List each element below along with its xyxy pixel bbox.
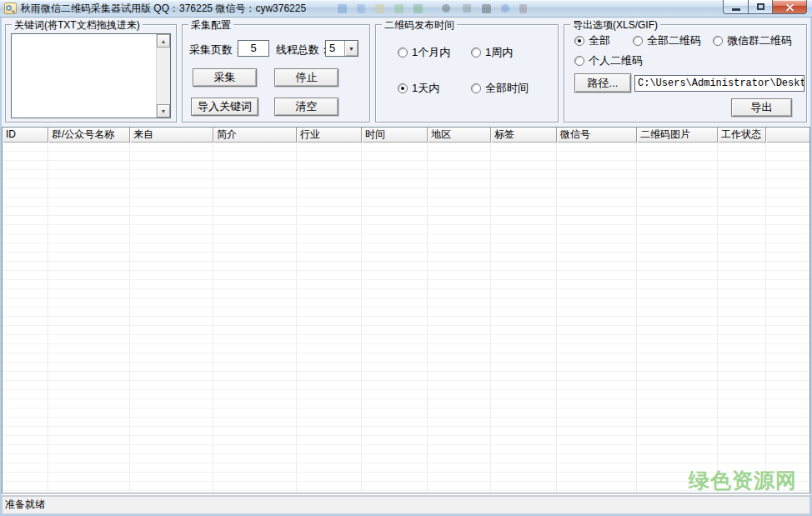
client-area: 关键词(将TXT文档拖拽进来) ▲ ▼ 采集配置 采集页数： 5 线程总数： 5…: [2, 16, 810, 514]
grid-line: [48, 143, 48, 493]
radio-all-qrcodes[interactable]: 全部二维码: [633, 35, 701, 47]
column-header-7[interactable]: 标签: [491, 128, 557, 143]
radio-icon: [633, 36, 643, 46]
scroll-down-icon[interactable]: ▼: [157, 104, 170, 118]
grid-line: [490, 143, 491, 493]
maximize-button[interactable]: [748, 0, 772, 14]
faded-icon: [463, 4, 471, 13]
collect-config-groupbox: 采集配置 采集页数： 5 线程总数： 5 ▼ 采集 停止 导入关键词 清空: [182, 24, 370, 123]
grid-line: [556, 143, 557, 493]
radio-icon: [398, 48, 408, 58]
column-header-1[interactable]: 群/公众号名称: [48, 128, 130, 143]
grid-line: [361, 143, 362, 493]
grid-line: [765, 143, 766, 493]
radio-export-all[interactable]: 全部: [574, 35, 610, 47]
path-button[interactable]: 路径...: [574, 73, 631, 93]
grid-line: [213, 143, 213, 493]
window-controls: [723, 0, 807, 14]
column-header-4[interactable]: 行业: [297, 128, 362, 143]
column-header-3[interactable]: 简介: [213, 128, 297, 143]
app-window: 秋雨微信二维码采集器试用版 QQ：376225 微信号：cyw376225 关键…: [0, 0, 812, 516]
keywords-text[interactable]: [12, 34, 156, 118]
publish-time-groupbox: 二维码发布时间 1个月内 1周内 1天内 全部时间: [375, 24, 559, 123]
grid-line: [636, 143, 637, 493]
grid-line: [296, 143, 297, 493]
radio-group-qrcodes[interactable]: 微信群二维码: [713, 35, 792, 47]
keywords-group-title: 关键词(将TXT文档拖拽进来): [12, 18, 143, 33]
collect-button[interactable]: 采集: [193, 68, 257, 87]
results-table: ID群/公众号名称来自简介行业时间地区标签微信号二维码图片工作状态: [2, 127, 810, 493]
faded-icon: [414, 4, 423, 13]
radio-1-week[interactable]: 1周内: [471, 47, 513, 58]
column-header-8[interactable]: 微信号: [557, 128, 637, 143]
import-keywords-button[interactable]: 导入关键词: [191, 98, 258, 116]
grid-line: [129, 143, 130, 493]
table-body: [3, 143, 809, 493]
export-options-groupbox: 导出选项(XLS/GIF) 全部 全部二维码 微信群二维码 个人二维码 路径..…: [564, 24, 807, 123]
title-bar[interactable]: 秋雨微信二维码采集器试用版 QQ：376225 微信号：cyw376225: [0, 0, 812, 18]
threads-select[interactable]: 5 ▼: [325, 40, 358, 57]
faded-icon: [394, 4, 403, 13]
scroll-up-icon[interactable]: ▲: [157, 34, 170, 48]
radio-icon: [574, 36, 584, 46]
export-button[interactable]: 导出: [731, 98, 792, 117]
keywords-textarea[interactable]: ▲ ▼: [11, 33, 171, 118]
column-header-6[interactable]: 地区: [428, 128, 491, 143]
faded-icon: [357, 4, 365, 13]
radio-1-month[interactable]: 1个月内: [398, 47, 450, 58]
stop-button[interactable]: 停止: [274, 68, 338, 87]
keywords-scrollbar[interactable]: ▲ ▼: [156, 34, 170, 118]
minimize-icon: [732, 8, 740, 11]
faded-icon: [519, 4, 527, 13]
close-button[interactable]: [772, 0, 807, 14]
faded-icon: [442, 4, 450, 13]
radio-icon: [398, 83, 408, 93]
status-bar: 准备就绪: [2, 494, 810, 514]
column-header-filler: [766, 128, 809, 143]
export-group-title: 导出选项(XLS/GIF): [570, 18, 660, 33]
maximize-icon: [757, 3, 764, 10]
collect-group-title: 采集配置: [188, 18, 233, 33]
column-header-9[interactable]: 二维码图片: [637, 128, 718, 143]
radio-icon: [574, 56, 584, 66]
threads-value: 5: [326, 41, 344, 56]
chevron-down-icon[interactable]: ▼: [344, 41, 358, 56]
pages-label: 采集页数：: [189, 43, 243, 58]
clear-button[interactable]: 清空: [274, 98, 338, 116]
column-header-2[interactable]: 来自: [130, 128, 213, 143]
radio-icon: [471, 48, 481, 58]
radio-all-time[interactable]: 全部时间: [471, 83, 529, 94]
faded-icon: [482, 4, 491, 13]
minimize-button[interactable]: [723, 0, 748, 14]
radio-1-day[interactable]: 1天内: [398, 83, 439, 94]
keywords-groupbox: 关键词(将TXT文档拖拽进来) ▲ ▼: [5, 24, 177, 123]
publish-time-group-title: 二维码发布时间: [382, 18, 457, 33]
radio-icon: [471, 83, 481, 93]
faded-icon: [338, 4, 347, 13]
grid-line: [427, 143, 428, 493]
column-header-0[interactable]: ID: [3, 128, 48, 143]
radio-icon: [713, 36, 723, 46]
column-header-5[interactable]: 时间: [362, 128, 428, 143]
faded-icon: [501, 4, 509, 13]
radio-personal-qrcodes[interactable]: 个人二维码: [574, 55, 643, 67]
threads-label: 线程总数：: [276, 43, 330, 58]
app-icon: [4, 3, 17, 14]
path-input[interactable]: C:\Users\Administrator\Desktop\: [634, 75, 804, 92]
column-header-10[interactable]: 工作状态: [718, 128, 766, 143]
window-title: 秋雨微信二维码采集器试用版 QQ：376225 微信号：cyw376225: [21, 0, 306, 17]
status-text: 准备就绪: [5, 498, 45, 512]
faded-icon: [375, 4, 384, 13]
table-header: ID群/公众号名称来自简介行业时间地区标签微信号二维码图片工作状态: [3, 128, 809, 143]
close-icon: [785, 3, 794, 12]
grid-line: [717, 143, 718, 493]
pages-input[interactable]: 5: [238, 40, 269, 57]
